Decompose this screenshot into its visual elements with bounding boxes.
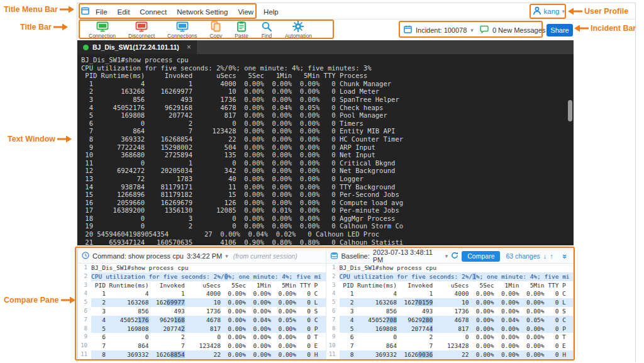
terminal-tab[interactable]: BJ_Dis_SW1(172.24.101.11) × xyxy=(77,40,197,54)
diff-line-text: 4 45052708 9629280 4678 0.00% 0.04% 0.05… xyxy=(340,316,574,325)
diff-changed-token: 9036 xyxy=(418,351,433,358)
terminal-output[interactable]: BJ_Dis_SW1#show process cpuCPU utilizati… xyxy=(77,54,574,245)
compare-baseline-pane[interactable]: 1BJ_Dis_SW1#show process cpu2CPU utiliza… xyxy=(326,264,574,359)
toolbar-disconnect-button[interactable]: Disconnect xyxy=(122,20,161,40)
toolbar-paste-button[interactable]: Paste xyxy=(228,20,255,40)
diff-changed-token: 69977 xyxy=(167,299,185,306)
terminal-text-window[interactable]: BJ_Dis_SW1(172.24.101.11) × BJ_Dis_SW1#s… xyxy=(77,40,574,245)
terminal-line: 8 369332 16268854 22 0.00% 0.00% 0.00% 0… xyxy=(81,135,574,143)
diff-line: 11 8 369332 16269036 22 0.00% 0.00% 0.00… xyxy=(326,350,574,359)
diff-line-text: 6 0 2 0 0.00% 0.00% 0.00% 0 T xyxy=(340,333,574,342)
compare-header-left: Command: show process cpu 3:34:22 PM ▾ (… xyxy=(78,249,326,263)
line-number: 4 xyxy=(78,289,91,298)
diff-line-text: 8 369332 16268854 22 0.00% 0.00% 0.00% 0… xyxy=(91,350,326,359)
line-number: 5 xyxy=(78,298,91,307)
next-change-icon[interactable]: ↓ xyxy=(543,252,547,260)
terminal-line: 15 1266896 81179182 15 0.00% 0.00% 0.00%… xyxy=(81,191,574,199)
compare-button[interactable]: Compare xyxy=(462,251,500,262)
diff-line-text: 2 163268 16269977 10 0.00% 0.00% 0.00% 0… xyxy=(91,298,326,307)
toolbar-connection-button[interactable]: Connection xyxy=(82,20,122,40)
share-button[interactable]: Share xyxy=(547,24,573,36)
diff-line-text: PID Runtime(ms) Invoked uSecs 5Sec 1Min … xyxy=(340,281,574,290)
line-number: 1 xyxy=(326,264,340,272)
terminal-line: 18 0 3 0 0.00% 0.00% 0.00% 0 AggMgr Proc… xyxy=(81,215,574,223)
diff-changed-token: 168 xyxy=(174,316,185,323)
diff-line: 10 7 864 7 123428 0.00% 0.00% 0.00% 0 E xyxy=(326,342,574,350)
diff-line: 9 6 0 2 0 0.00% 0.00% 0.00% 0 T xyxy=(326,333,574,342)
terminal-line: 14 938784 81179171 11 0.00% 0.00% 0.00% … xyxy=(81,183,574,191)
toolbar-automation-button[interactable]: Automation xyxy=(279,20,318,40)
baseline-icon xyxy=(330,252,338,261)
diff-line: 6 3 856 493 1736 0.00% 0.00% 0.00% 0 S xyxy=(78,307,326,316)
line-number: 2 xyxy=(326,272,340,281)
close-icon[interactable]: × xyxy=(187,43,191,52)
terminal-line: 19 0 2 0 0.00% 0.00% 0.00% 0 Calhoun Sto… xyxy=(81,222,574,230)
diff-line: 3 PID Runtime(ms) Invoked uSecs 5Sec 1Mi… xyxy=(326,281,574,290)
chevron-down-icon: ▾ xyxy=(562,8,565,14)
messages-icon xyxy=(480,25,489,35)
diff-line-text: BJ_Dis_SW1#show process cpu xyxy=(91,264,326,272)
diff-line: 8 5 169808 207742 817 0.00% 0.00% 0.00% … xyxy=(78,325,326,333)
menu-item-network-setting[interactable]: Network Setting xyxy=(172,8,233,16)
diff-line-text: CPU utilization for five seconds: 2%/0%;… xyxy=(91,272,326,281)
menu-item-view[interactable]: View xyxy=(233,8,258,16)
line-number: 3 xyxy=(326,281,340,290)
diff-line: 7 4 45052176 9629168 4678 0.00% 0.04% 0.… xyxy=(78,316,326,325)
diff-line-text: 7 864 7 123428 0.00% 0.00% 0.00% 0 E xyxy=(91,342,326,350)
diff-line: 6 3 856 493 1736 0.00% 0.00% 0.00% 0 S xyxy=(326,307,574,316)
line-number: 11 xyxy=(326,350,340,359)
monitor-connect-icon xyxy=(96,21,109,32)
changes-count: 63 changes xyxy=(506,252,540,260)
annotation-label: Title Menu Bar xyxy=(4,5,58,14)
command-time-selector[interactable]: 3:34:22 PM xyxy=(187,252,222,260)
copy-icon xyxy=(210,21,221,32)
toolbar-connections-button[interactable]: Connections xyxy=(161,20,203,40)
chevron-down-icon[interactable]: ▾ xyxy=(445,253,448,259)
incident-selector[interactable]: Incident: 100078 xyxy=(416,26,467,34)
toolbar-copy-button[interactable]: Copy xyxy=(203,20,228,40)
diff-line: 1BJ_Dis_SW1#show process cpu xyxy=(326,264,574,272)
refresh-icon[interactable] xyxy=(451,252,458,260)
user-profile-chip[interactable]: kang ▾ xyxy=(533,5,565,18)
toolbar-button-label: Copy xyxy=(209,33,222,39)
diff-line-text: 6 0 2 0 0.00% 0.00% 0.00% 0 T xyxy=(91,333,326,342)
terminal-line: 21 659347124 160570635 4106 0.90% 0.80% … xyxy=(81,238,574,245)
terminal-line: 1 4 1 4000 0.00% 0.00% 0.00% 0 Chunk Man… xyxy=(81,80,574,88)
menu-item-edit[interactable]: Edit xyxy=(113,8,135,16)
compare-current-pane[interactable]: 1BJ_Dis_SW1#show process cpu2CPU utiliza… xyxy=(78,264,326,359)
new-messages-label[interactable]: 0 New Messages xyxy=(492,26,545,34)
diff-changed-token: 70159 xyxy=(415,299,433,306)
line-number: 9 xyxy=(78,333,91,342)
previous-change-icon[interactable]: ↑ xyxy=(550,252,553,260)
toolbar-buttons: ConnectionDisconnectConnectionsCopyPaste… xyxy=(82,20,318,40)
menu-item-help[interactable]: Help xyxy=(258,8,284,16)
gear-icon xyxy=(292,21,304,32)
diff-line: 2CPU utilization for five seconds: 2%/0%… xyxy=(78,272,326,281)
diff-line: 2CPU utilization for five seconds: 2%/1%… xyxy=(326,272,574,281)
annotation-text-window: Text Window xyxy=(8,135,72,143)
diff-line-text: PID Runtime(ms) Invoked uSecs 5Sec 1Min … xyxy=(91,281,326,290)
terminal-scrollbar[interactable] xyxy=(568,100,572,121)
app-icon xyxy=(81,7,89,15)
workspace: BJ_Dis_SW1(172.24.101.11) × BJ_Dis_SW1#s… xyxy=(77,40,635,362)
line-number: 9 xyxy=(326,333,340,342)
line-number: 1 xyxy=(78,264,91,272)
menu-item-connect[interactable]: Connect xyxy=(135,8,172,16)
diff-line-text: 3 856 493 1736 0.00% 0.00% 0.00% 0 S xyxy=(91,307,326,316)
clock-icon xyxy=(82,252,89,260)
toolbar-find-button[interactable]: Find xyxy=(255,20,279,40)
session-note: (from current session) xyxy=(233,252,297,260)
chevron-down-icon[interactable]: ▾ xyxy=(470,27,474,33)
diff-line: 1BJ_Dis_SW1#show process cpu xyxy=(78,264,326,272)
collapse-pane-icon[interactable]: » xyxy=(560,254,570,258)
line-number: 6 xyxy=(78,307,91,316)
chevron-down-icon[interactable]: ▾ xyxy=(225,253,228,259)
diff-changed-token: 708 xyxy=(386,316,397,323)
toolbar-button-label: Automation xyxy=(285,33,312,39)
compare-body: 1BJ_Dis_SW1#show process cpu2CPU utiliza… xyxy=(78,264,573,359)
baseline-time-selector[interactable]: 2023-07-13 3:48:11 PM xyxy=(373,249,442,263)
terminal-tab-strip: BJ_Dis_SW1(172.24.101.11) × xyxy=(77,40,574,54)
menu-item-file[interactable]: File xyxy=(91,8,113,16)
app-window: FileEditConnectNetwork SettingViewHelp k… xyxy=(77,3,636,362)
line-number: 6 xyxy=(326,307,340,316)
